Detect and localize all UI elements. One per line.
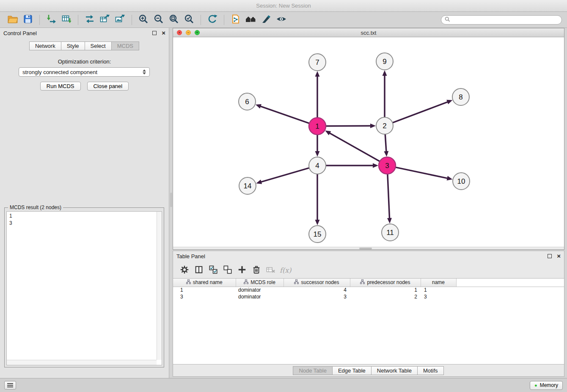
graph-edge-2-8[interactable] — [393, 102, 448, 123]
column-header-predecessor-nodes[interactable]: predecessor nodes — [350, 279, 421, 287]
tab-mcds[interactable]: MCDS — [111, 41, 139, 50]
column-header-name[interactable]: name — [421, 279, 456, 287]
plus-icon — [237, 265, 247, 276]
float-panel-icon[interactable] — [152, 31, 157, 35]
table-cell: 1 — [350, 287, 421, 293]
panel-splitter[interactable] — [170, 28, 173, 378]
column-tree-icon — [244, 279, 248, 285]
graph-edge-arrow — [387, 218, 392, 224]
network-window-title: scc.txt — [173, 30, 564, 36]
save-session-button[interactable] — [20, 14, 36, 26]
table-cell: dominator — [236, 293, 284, 300]
close-panel-button[interactable]: Close panel — [87, 82, 129, 91]
add-column-button[interactable] — [235, 264, 249, 276]
window-zoom-button[interactable]: + — [195, 30, 200, 35]
graph-node-label: 1 — [315, 122, 319, 130]
memory-button[interactable]: ● Memory — [530, 381, 563, 390]
search-icon — [445, 16, 450, 24]
close-panel-icon[interactable]: × — [162, 31, 165, 35]
result-vertical-scrollbar[interactable] — [157, 212, 162, 360]
graph-node-label: 15 — [314, 230, 322, 238]
graph-edge-1-6[interactable] — [260, 106, 309, 124]
show-hide-button[interactable] — [274, 14, 289, 26]
export-image-button[interactable] — [113, 14, 128, 26]
import-network-button[interactable] — [44, 14, 59, 26]
delete-table-button[interactable] — [264, 264, 278, 276]
function-builder-button[interactable]: f(x) — [280, 266, 291, 274]
column-header-shared-name[interactable]: shared name — [173, 279, 236, 287]
tab-network-table[interactable]: Network Table — [371, 366, 418, 375]
table-cell: 2 — [350, 293, 421, 300]
trash-icon — [252, 265, 261, 276]
tab-style[interactable]: Style — [61, 41, 85, 50]
zoom-out-button[interactable] — [151, 14, 166, 26]
column-header-successor-nodes[interactable]: successor nodes — [284, 279, 350, 287]
tab-select[interactable]: Select — [85, 41, 112, 50]
refresh-layout-button[interactable] — [205, 14, 220, 26]
unselect-all-button[interactable] — [220, 264, 235, 276]
zoom-selected-button[interactable] — [182, 14, 197, 26]
graph-edge-arrow — [446, 100, 452, 104]
memory-label: Memory — [540, 382, 558, 388]
float-table-panel-icon[interactable] — [548, 254, 552, 258]
mcds-result-area[interactable]: 1 3 — [6, 211, 162, 365]
status-menu-button[interactable] — [4, 381, 16, 389]
graph-edge-2-3[interactable] — [385, 134, 386, 152]
zoom-fit-button[interactable] — [166, 14, 182, 26]
search-box[interactable] — [441, 15, 562, 25]
tab-node-table[interactable]: Node Table — [293, 366, 333, 375]
hierarchy-home-button[interactable] — [243, 14, 259, 26]
window-close-button[interactable]: × — [177, 30, 182, 35]
optimization-criterion-dropdown[interactable]: strongly connected component — [19, 67, 150, 77]
tab-motifs[interactable]: Motifs — [417, 366, 444, 375]
graph-node-label: 14 — [244, 182, 252, 190]
graph-edge-3-1[interactable] — [329, 133, 380, 161]
graph-node-label: 11 — [386, 229, 394, 237]
zoom-out-icon — [154, 14, 164, 25]
export-table-button[interactable] — [97, 14, 113, 26]
table-cell: 4 — [284, 287, 350, 293]
graph-edge-1-2[interactable] — [326, 126, 371, 126]
mcds-result-box: MCDS result (2 nodes) 1 3 — [4, 207, 164, 367]
column-header-mcds-role[interactable]: MCDS role — [236, 279, 284, 287]
graph-edge-4-14[interactable] — [261, 168, 309, 182]
column-tree-icon — [294, 279, 299, 285]
search-input[interactable] — [452, 17, 558, 23]
select-all-button[interactable] — [206, 264, 220, 276]
network-canvas[interactable]: 7968124314101511 — [173, 37, 564, 247]
tab-network[interactable]: Network — [29, 41, 61, 50]
table-row[interactable]: 3dominator323 — [173, 293, 564, 300]
graph-edge-arrow — [383, 70, 387, 76]
graph-edge-arrow — [447, 176, 453, 181]
table-settings-button[interactable] — [177, 264, 192, 276]
graph-node-label: 6 — [245, 98, 249, 106]
network-horizontal-scrollbar[interactable] — [173, 247, 564, 249]
run-mcds-button[interactable]: Run MCDS — [40, 82, 81, 91]
open-folder-icon — [7, 14, 18, 25]
open-folder-button[interactable] — [5, 14, 20, 26]
graph-node-label: 8 — [459, 93, 462, 101]
import-table-button[interactable] — [59, 14, 74, 26]
close-table-panel-icon[interactable]: × — [557, 254, 561, 258]
apply-style-button[interactable] — [259, 14, 274, 26]
show-columns-button[interactable] — [192, 264, 206, 276]
save-icon — [23, 14, 33, 25]
result-horizontal-scrollbar[interactable] — [7, 360, 157, 365]
clone-network-button[interactable] — [228, 14, 243, 26]
export-table-icon — [99, 14, 110, 25]
delete-column-button[interactable] — [249, 264, 264, 276]
zoom-in-button[interactable] — [136, 14, 151, 26]
table-row[interactable]: 1dominator411 — [173, 287, 564, 293]
network-graph: 7968124314101511 — [173, 37, 564, 247]
graph-edge-arrow — [315, 71, 320, 77]
graph-edge-3-11[interactable] — [388, 174, 390, 219]
load-network-button[interactable] — [82, 14, 97, 26]
toolbar-separator — [224, 15, 224, 25]
graph-edge-3-10[interactable] — [396, 167, 448, 178]
window-minimize-button[interactable]: − — [186, 30, 191, 35]
tab-edge-table[interactable]: Edge Table — [332, 366, 372, 375]
mcds-result-text: 1 3 — [7, 212, 162, 228]
load-network-icon — [85, 14, 95, 25]
network-hscroll-handle[interactable] — [359, 248, 372, 249]
splitter-handle[interactable] — [170, 193, 172, 207]
